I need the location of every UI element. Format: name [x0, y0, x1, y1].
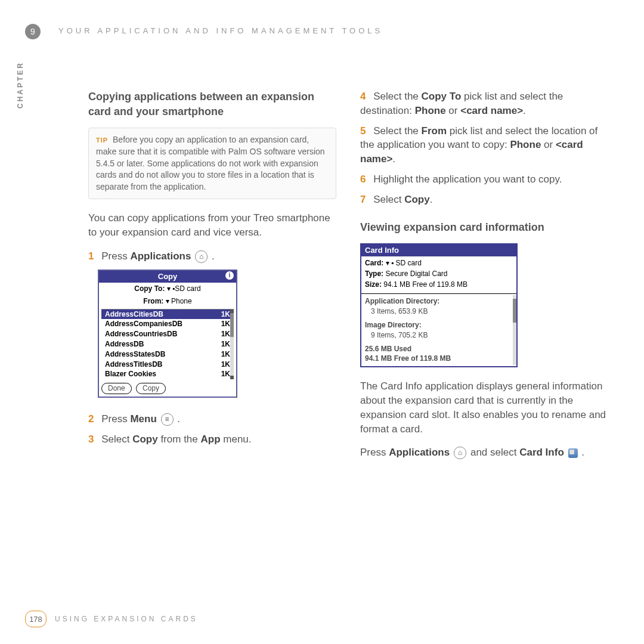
- step-number: 2: [88, 413, 94, 425]
- step-text: Select the: [373, 125, 421, 137]
- card-label: Card:: [365, 259, 383, 267]
- step-bold: From: [422, 125, 447, 137]
- step-text: Press: [101, 413, 130, 425]
- card-picklist[interactable]: ▾ ▪ SD card: [386, 259, 422, 267]
- home-icon: ⌂: [195, 250, 208, 263]
- card-info-paragraph: The Card Info application displays gener…: [360, 379, 608, 436]
- step-text: or: [541, 139, 556, 150]
- step-bold: Applications: [130, 250, 191, 262]
- step-bold: <card name>: [460, 105, 523, 116]
- appdir-label: Application Directory:: [365, 297, 439, 305]
- list-item[interactable]: AddressCompaniesDB1K: [101, 319, 234, 329]
- copy-to-value: SD card: [175, 284, 200, 293]
- dialog-title: Copy: [158, 272, 178, 281]
- from-row: From: ▾ Phone: [99, 295, 236, 308]
- press-applications-line: Press Applications ⌂ and select Card Inf…: [360, 445, 608, 460]
- scroll-thumb[interactable]: [513, 299, 516, 323]
- step-text: .: [392, 153, 395, 165]
- step-bold: Phone: [510, 139, 541, 150]
- page-number: 178: [25, 611, 47, 627]
- dialog-title: Card Info: [361, 244, 516, 256]
- from-value: Phone: [171, 297, 192, 305]
- size-value: 94.1 MB Free of 119.8 MB: [383, 280, 467, 289]
- step-bold: Applications: [389, 447, 450, 458]
- copy-button[interactable]: Copy: [136, 383, 166, 394]
- app-list[interactable]: AddressCitiesDB1KAddressCompaniesDB1KAdd…: [101, 309, 234, 380]
- imgdir-label: Image Directory:: [365, 321, 422, 329]
- step-number: 4: [360, 91, 366, 102]
- imgdir-value: 9 Items, 705.2 KB: [365, 330, 513, 340]
- left-column: Copying applications between an expansio…: [88, 89, 336, 608]
- tip-box: TIP Before you copy an application to an…: [88, 128, 336, 199]
- section-heading-viewing: Viewing expansion card information: [360, 220, 608, 235]
- step-number: 7: [360, 194, 366, 205]
- menu-icon: ≡: [161, 413, 174, 426]
- step-bold: App: [201, 434, 221, 445]
- footer-text: USING EXPANSION CARDS: [55, 615, 198, 623]
- from-picklist[interactable]: ▾ Phone: [166, 297, 192, 305]
- scroll-thumb[interactable]: [230, 313, 234, 337]
- step-number: 3: [88, 434, 94, 445]
- step-text: .: [523, 105, 526, 116]
- step-text: .: [175, 413, 180, 425]
- step-text: Press: [360, 447, 389, 458]
- step-text: Press: [101, 250, 130, 262]
- list-item[interactable]: Blazer Cookies1K: [101, 369, 234, 379]
- free-value: 94.1 MB Free of 119.8 MB: [365, 354, 451, 363]
- step-number: 1: [88, 250, 94, 262]
- section-heading-copying: Copying applications between an expansio…: [88, 89, 336, 119]
- card-info-directories: Application Directory: 3 Items, 653.9 KB…: [361, 293, 516, 366]
- size-label: Size:: [365, 280, 382, 289]
- chapter-number-badge: 9: [25, 24, 41, 39]
- dialog-buttons: Done Copy: [99, 380, 236, 397]
- step-1: 1 Press Applications ⌂ .: [88, 249, 336, 264]
- step-text: Select: [373, 194, 404, 205]
- step-5: 5 Select the From pick list and select t…: [360, 124, 608, 166]
- step-text: .: [209, 250, 214, 262]
- step-2: 2 Press Menu ≡ .: [88, 412, 336, 426]
- type-value: Secure Digital Card: [385, 270, 447, 278]
- done-button[interactable]: Done: [101, 383, 132, 394]
- step-text: and select: [470, 447, 519, 458]
- chapter-label: CHAPTER: [16, 61, 24, 109]
- step-bold: Copy To: [422, 91, 462, 102]
- appdir-value: 3 Items, 653.9 KB: [365, 306, 513, 317]
- tip-text: Before you copy an application to an exp…: [96, 135, 325, 191]
- home-icon: ⌂: [454, 447, 466, 459]
- step-text: menu.: [221, 434, 252, 445]
- page-footer: 178 USING EXPANSION CARDS: [25, 611, 198, 627]
- scroll-down-icon[interactable]: [230, 376, 234, 379]
- step-bold: Copy: [132, 434, 158, 445]
- step-text: or: [446, 105, 461, 116]
- copy-dialog: Copy i Copy To: ▾ ▪SD card From: ▾ Phone…: [98, 270, 237, 398]
- step-text: from the: [158, 434, 201, 445]
- type-label: Type:: [365, 270, 383, 278]
- step-text: Select: [101, 434, 132, 445]
- list-item[interactable]: AddressStatesDB1K: [101, 349, 234, 360]
- list-item[interactable]: AddressCitiesDB1K: [101, 309, 234, 320]
- step-bold: Copy: [404, 194, 430, 205]
- step-text: .: [430, 194, 433, 205]
- step-3: 3 Select Copy from the App menu.: [88, 432, 336, 447]
- copy-to-row: Copy To: ▾ ▪SD card: [99, 283, 236, 295]
- scrollbar[interactable]: [513, 295, 516, 365]
- card-value: SD card: [396, 259, 422, 267]
- step-text: .: [579, 447, 584, 458]
- list-item[interactable]: AddressTitlesDB1K: [101, 360, 234, 370]
- list-item[interactable]: AddressCountriesDB1K: [101, 329, 234, 339]
- used-value: 25.6 MB Used: [365, 345, 411, 353]
- step-text: Select the: [373, 91, 421, 102]
- step-bold: Card Info: [519, 447, 564, 458]
- info-icon[interactable]: i: [225, 271, 234, 280]
- copy-to-picklist[interactable]: ▾ ▪SD card: [167, 284, 201, 293]
- scrollbar[interactable]: [230, 309, 234, 380]
- chapter-title: YOUR APPLICATION AND INFO MANAGEMENT TOO…: [58, 26, 383, 35]
- step-bold: Menu: [130, 413, 156, 425]
- list-item[interactable]: AddressDB1K: [101, 339, 234, 349]
- step-bold: Phone: [415, 105, 446, 116]
- step-7: 7 Select Copy.: [360, 193, 608, 207]
- card-info-icon: [568, 448, 578, 458]
- card-info-dialog: Card Info Card: ▾ ▪ SD card Type: Secure…: [360, 243, 518, 367]
- copy-to-label: Copy To:: [134, 284, 165, 293]
- step-number: 5: [360, 125, 366, 137]
